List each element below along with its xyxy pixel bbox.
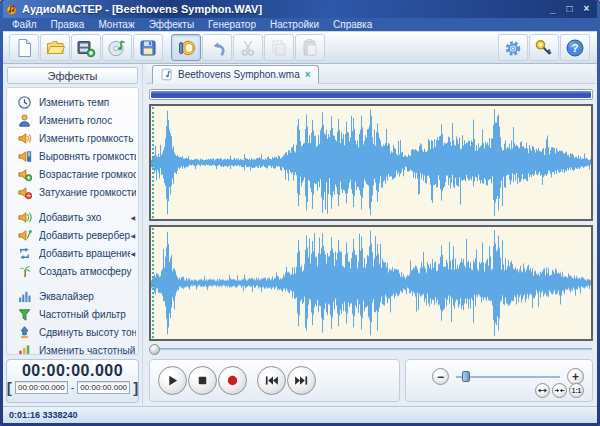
status-bar: 0:01:16 3338240	[3, 406, 597, 423]
collapse-arrow-icon[interactable]: ◀	[130, 232, 136, 239]
effect-label: Сдвинуть высоту тона	[39, 327, 136, 338]
fit-selection-button[interactable]	[552, 383, 567, 398]
effect-label: Эквалайзер	[39, 291, 136, 302]
menu-item-3[interactable]: Эффекты	[142, 19, 201, 30]
effect-item-11[interactable]: Частотный фильтр	[7, 305, 138, 323]
effect-item-3[interactable]: Выровнять громкость	[7, 147, 138, 165]
effect-item-13[interactable]: Изменить частотный спектр	[7, 341, 138, 355]
window-title: АудиоМАСТЕР - [Beethovens Symphon.WAV]	[22, 3, 542, 15]
cut-button[interactable]	[233, 34, 263, 61]
overview-bar[interactable]	[149, 89, 593, 100]
app-icon	[5, 3, 18, 16]
record-voice-icon	[176, 38, 196, 58]
minimize-button[interactable]: _	[546, 2, 559, 16]
copy-button[interactable]	[264, 34, 294, 61]
bracket-open: [	[7, 381, 12, 394]
record-button[interactable]	[218, 366, 247, 395]
selection-separator: -	[71, 382, 74, 393]
selection-end-field[interactable]	[77, 381, 130, 394]
menu-item-2[interactable]: Монтаж	[91, 19, 141, 30]
toolbar-left	[9, 34, 326, 61]
open-folder-button[interactable]	[40, 34, 70, 61]
effect-item-7[interactable]: Добавить реверберацию◀	[7, 226, 138, 244]
fade-out-speaker-icon	[16, 185, 32, 200]
seek-handle[interactable]	[149, 344, 160, 355]
one-to-one-button[interactable]: 1:1	[569, 383, 584, 398]
seek-slider[interactable]	[149, 343, 593, 356]
effect-item-2[interactable]: Изменить громкость	[7, 129, 138, 147]
undo-button[interactable]	[202, 34, 232, 61]
tempo-clock-icon	[16, 95, 32, 110]
zoom-panel: − + 1:1	[405, 359, 593, 402]
effect-item-4[interactable]: Возрастание громкости	[7, 165, 138, 183]
effect-label: Изменить темп	[39, 97, 136, 108]
zoom-presets: 1:1	[535, 383, 584, 398]
status-text: 0:01:16 3338240	[9, 410, 78, 420]
skip-to-start-button[interactable]	[257, 366, 286, 395]
waveform-panel	[146, 84, 595, 356]
extract-audio-from-video-button[interactable]	[71, 34, 101, 61]
app-window: АудиоМАСТЕР - [Beethovens Symphon.WAV] _…	[0, 0, 600, 426]
effect-label: Изменить громкость	[39, 133, 136, 144]
save-icon	[138, 38, 158, 58]
maximize-button[interactable]: □	[563, 2, 576, 16]
menu-item-5[interactable]: Настройки	[263, 19, 326, 30]
seek-track[interactable]	[150, 348, 592, 350]
help-icon: ?	[565, 38, 585, 58]
playback-cursor[interactable]	[152, 107, 154, 218]
effect-item-1[interactable]: Изменить голос	[7, 111, 138, 129]
new-file-button[interactable]	[9, 34, 39, 61]
stop-icon	[195, 373, 210, 388]
effect-item-0[interactable]: Изменить темп	[7, 93, 138, 111]
effect-item-6[interactable]: Добавить эхо◀	[7, 208, 138, 226]
collapse-arrow-icon[interactable]: ◀	[130, 250, 136, 257]
extract-audio-from-video-icon	[76, 38, 96, 58]
channel-right[interactable]	[149, 225, 593, 342]
effect-item-9[interactable]: Создать атмосферу	[7, 262, 138, 280]
record-voice-button[interactable]	[171, 34, 201, 61]
toolbar-right: ?	[498, 34, 591, 61]
menu-item-1[interactable]: Правка	[44, 19, 92, 30]
effect-item-10[interactable]: Эквалайзер	[7, 287, 138, 305]
settings-gear-button[interactable]	[498, 34, 528, 61]
effect-item-12[interactable]: Сдвинуть высоту тона	[7, 323, 138, 341]
paste-button[interactable]	[295, 34, 325, 61]
save-button[interactable]	[133, 34, 163, 61]
bottom-controls: − + 1:1	[149, 359, 593, 402]
tab-bar: Beethovens Symphon.wma ×	[146, 64, 595, 84]
zoom-out-button[interactable]: −	[432, 368, 449, 385]
skip-to-end-button[interactable]	[287, 366, 316, 395]
effects-header[interactable]: Эффекты	[7, 67, 138, 84]
playback-cursor[interactable]	[152, 228, 154, 339]
overview-fill	[151, 91, 591, 98]
grab-from-cd-icon	[107, 38, 127, 58]
undo-icon	[207, 38, 227, 58]
stop-button[interactable]	[188, 366, 217, 395]
atmosphere-palm-icon	[16, 264, 32, 279]
channel-left[interactable]	[149, 104, 593, 221]
menu-item-4[interactable]: Генератор	[201, 19, 263, 30]
grab-from-cd-button[interactable]	[102, 34, 132, 61]
document-tab[interactable]: Beethovens Symphon.wma ×	[152, 65, 319, 84]
menu-item-6[interactable]: Справка	[326, 19, 379, 30]
tab-close-icon[interactable]: ×	[305, 69, 311, 80]
fit-selection-icon	[554, 385, 565, 396]
svg-text:?: ?	[571, 42, 578, 54]
play-button[interactable]	[158, 366, 187, 395]
zoom-slider-handle[interactable]	[462, 371, 470, 382]
effect-item-5[interactable]: Затухание громкости	[7, 183, 138, 201]
help-button[interactable]: ?	[560, 34, 590, 61]
effect-label: Изменить частотный спектр	[39, 345, 136, 356]
fit-width-button[interactable]	[535, 383, 550, 398]
collapse-arrow-icon[interactable]: ◀	[130, 214, 136, 221]
selection-start-field[interactable]	[15, 381, 68, 394]
waveform-canvas-left[interactable]	[151, 106, 591, 219]
zoom-slider-track[interactable]	[456, 376, 560, 378]
effect-item-8[interactable]: Добавить вращение каналов◀	[7, 244, 138, 262]
title-bar: АудиоМАСТЕР - [Beethovens Symphon.WAV] _…	[3, 0, 597, 18]
key-button[interactable]	[529, 34, 559, 61]
waveform-canvas-right[interactable]	[151, 227, 591, 340]
close-button[interactable]: ×	[580, 2, 593, 16]
menu-item-0[interactable]: Файл	[5, 19, 44, 30]
effect-label: Затухание громкости	[39, 187, 136, 198]
